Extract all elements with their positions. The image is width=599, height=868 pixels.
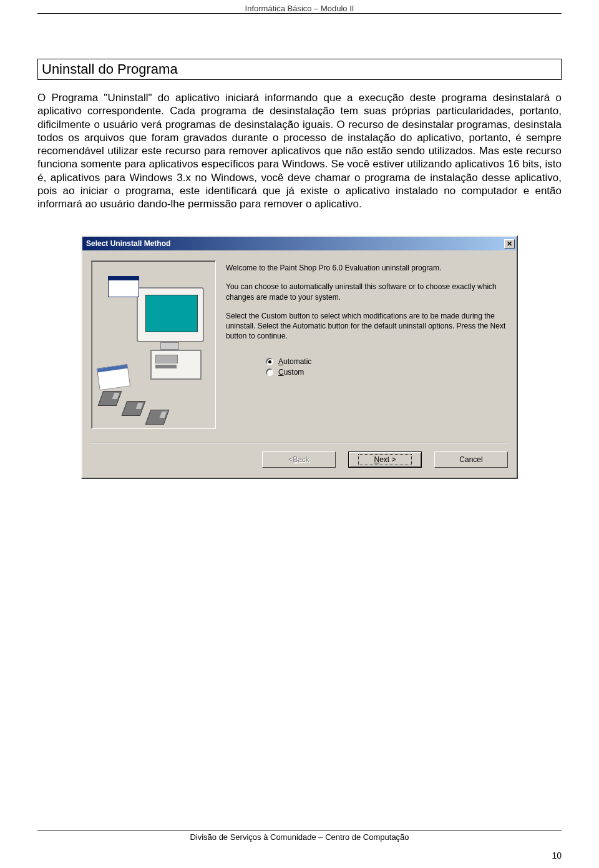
cancel-button[interactable]: Cancel [434, 451, 508, 468]
radio-label-automatic: Automatic [278, 357, 311, 366]
radio-icon [266, 368, 273, 376]
page-footer: Divisão de Serviços à Comunidade – Centr… [37, 831, 562, 842]
uninstall-dialog: Select Uninstall Method ✕ Welcome to the… [81, 235, 518, 479]
computer-icon [150, 350, 202, 380]
dialog-para-2: You can choose to automatically uninstal… [226, 282, 508, 302]
radio-custom[interactable]: Custom [266, 368, 508, 377]
radio-automatic[interactable]: Automatic [266, 357, 508, 366]
dialog-para-1: Welcome to the Paint Shop Pro 6.0 Evalua… [226, 263, 508, 273]
notepad-icon [97, 364, 131, 391]
section-title: Uninstall do Programa [37, 59, 562, 80]
page-number: 10 [37, 851, 562, 861]
dialog-button-row: < Back Next > Cancel [82, 444, 517, 478]
radio-label-custom: Custom [278, 368, 304, 377]
dialog-para-3: Select the Custom button to select which… [226, 311, 508, 342]
dialog-illustration [91, 260, 216, 429]
dialog-title: Select Uninstall Method [86, 239, 170, 248]
page-header: Informática Básico – Modulo II [37, 4, 562, 14]
radio-group: Automatic Custom [266, 357, 508, 377]
body-paragraph: O Programa "Uninstall" do aplicativo ini… [37, 91, 562, 210]
back-button: < Back [262, 451, 336, 468]
dialog-title-bar: Select Uninstall Method ✕ [82, 237, 517, 250]
floppy-icon [122, 401, 146, 416]
dialog-text-panel: Welcome to the Paint Shop Pro 6.0 Evalua… [226, 260, 508, 429]
window-icon [108, 276, 139, 297]
floppy-icon [145, 410, 170, 425]
close-icon[interactable]: ✕ [504, 239, 515, 249]
next-button[interactable]: Next > [348, 451, 422, 468]
radio-icon [266, 358, 273, 365]
floppy-icon [98, 391, 122, 406]
monitor-icon [137, 287, 204, 342]
